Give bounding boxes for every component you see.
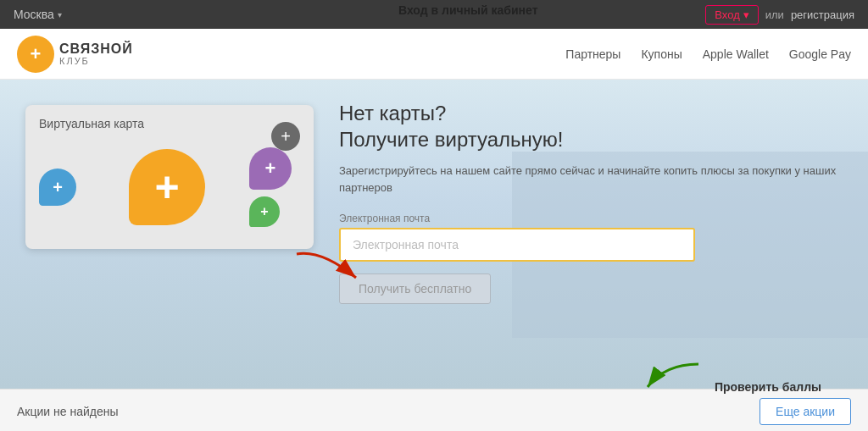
nav-links: Партнеры Купоны Apple Wallet Google Pay: [565, 47, 851, 61]
bubble-purple: +: [249, 147, 292, 190]
nav-apple-wallet[interactable]: Apple Wallet: [703, 47, 769, 61]
logo-svyaznoy: СВЯЗНОЙ: [59, 41, 133, 57]
promos-empty-text: Акции не найдены: [17, 405, 119, 418]
logo-text: СВЯЗНОЙ КЛУБ: [59, 41, 133, 67]
virtual-card-section: Виртуальная карта + + + + +: [25, 105, 314, 249]
city-selector[interactable]: Москва ▾: [14, 8, 62, 21]
small-bubbles-right: +: [39, 169, 76, 206]
register-link[interactable]: регистрация: [791, 8, 854, 21]
page-wrapper: Москва ▾ Вход в личный кабинет Вход ▾ ил…: [0, 0, 868, 431]
city-chevron: ▾: [58, 10, 62, 19]
city-name: Москва: [14, 8, 54, 21]
header: + СВЯЗНОЙ КЛУБ Партнеры Купоны Apple Wal…: [0, 29, 868, 80]
promos-section: Акции не найдены Еще акции: [0, 389, 868, 431]
login-button[interactable]: Вход ▾: [705, 5, 758, 25]
logo-icon: +: [17, 36, 54, 73]
small-bubbles: + +: [249, 147, 292, 227]
reg-title: Нет карты? Получите виртуальную!: [339, 100, 851, 152]
reg-desc: Зарегистрируйтесь на нашем сайте прямо с…: [339, 163, 851, 196]
login-annotation: Вход в личный кабинет: [398, 3, 538, 17]
logo-area: + СВЯЗНОЙ КЛУБ: [17, 36, 133, 73]
vc-add-button[interactable]: +: [271, 122, 300, 151]
auth-separator: или: [765, 8, 784, 21]
top-bar: Москва ▾ Вход в личный кабинет Вход ▾ ил…: [0, 0, 868, 29]
nav-google-pay[interactable]: Google Pay: [789, 47, 851, 61]
auth-area: Вход ▾ или регистрация: [705, 5, 854, 25]
vc-card: Виртуальная карта + + + + +: [25, 105, 314, 249]
email-input[interactable]: [339, 228, 695, 262]
reg-section: Нет карты? Получите виртуальную! Зарегис…: [339, 100, 851, 304]
vc-title: Виртуальная карта: [39, 117, 300, 130]
more-promos-button[interactable]: Еще акции: [760, 398, 851, 425]
nav-partners[interactable]: Партнеры: [565, 47, 620, 61]
email-label: Электронная почта: [339, 213, 851, 224]
nav-coupons[interactable]: Купоны: [641, 47, 682, 61]
logo-klub: КЛУБ: [59, 56, 133, 66]
bubble-green: +: [249, 196, 280, 227]
big-plus-bubble: +: [129, 149, 205, 225]
get-free-button[interactable]: Получить бесплатно: [339, 274, 491, 304]
bubble-blue: +: [39, 169, 76, 206]
main-content: Виртуальная карта + + + + +: [0, 80, 868, 389]
vc-icons: + + + +: [39, 139, 300, 235]
